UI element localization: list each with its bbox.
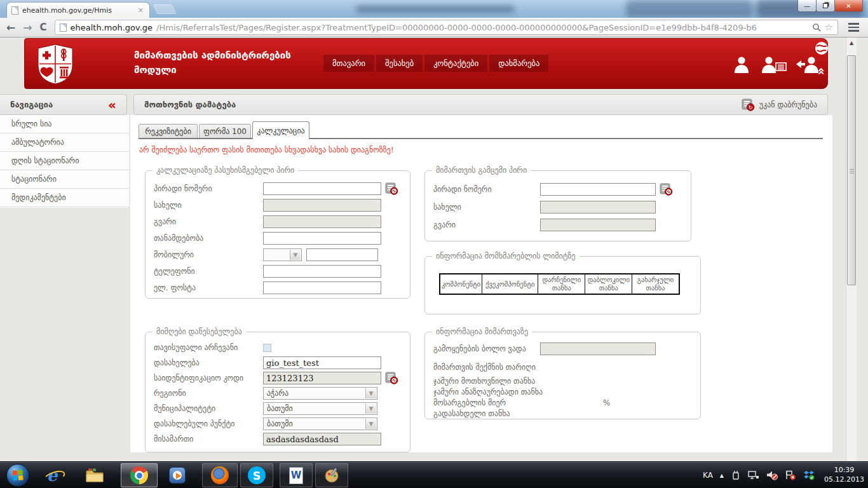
field-label: დასახელება (154, 358, 263, 367)
tab-form-100[interactable]: ფორმა 100 (199, 124, 251, 139)
expiry-date-input (540, 342, 656, 355)
scrollbar-thumb[interactable] (847, 55, 856, 285)
taskbar-paint[interactable] (315, 463, 348, 487)
field-label: ელ. ფოსტა (154, 283, 263, 292)
calc-mobile-input[interactable] (306, 248, 378, 261)
browser-toolbar: ← → C ehealth.moh.gov.ge /Hmis/Referrals… (0, 18, 868, 37)
tab-strip-divider (139, 138, 823, 139)
chevron-down-icon: ▼ (290, 250, 301, 260)
sidebar-item-day-hospital[interactable]: დღის სტაციონარი (0, 152, 129, 170)
taskbar-word[interactable]: W (280, 463, 313, 487)
restore-icon (823, 3, 828, 8)
taskbar-chrome[interactable] (121, 463, 158, 487)
fieldset-calc-person: კალკულაციაზე პასუხისმგებელი პირი პირადი … (145, 170, 410, 299)
tab-close-icon[interactable]: ✕ (137, 6, 145, 15)
fieldset-referral-info: ინფორმაცია მიმართვაზე გამოყენების ბოლო ვ… (424, 332, 701, 419)
nav-item-help[interactable]: დახმარება (489, 55, 548, 72)
dropbox-icon[interactable] (803, 470, 815, 480)
issuer-name-input (540, 201, 656, 214)
field-label: გვარი (433, 220, 540, 229)
calc-surname-input (263, 215, 381, 228)
firefox-icon (211, 466, 229, 484)
word-icon: W (289, 467, 303, 484)
show-hidden-icons-icon[interactable]: ▲ (720, 473, 724, 478)
forward-arrow-icon[interactable]: → (23, 22, 32, 33)
sidebar-title: ნავიგაცია (10, 100, 53, 109)
close-button[interactable]: ✕ (834, 0, 863, 12)
tab-calculation[interactable]: კალკულაცია (252, 121, 309, 139)
field-label: მისამართი (154, 435, 263, 444)
back-button[interactable]: ↻ უკან დაბრუნება (742, 98, 817, 111)
municipality-select[interactable]: ბათუმი▼ (263, 402, 377, 415)
nav-item-contacts[interactable]: კონტაქტები (424, 55, 487, 72)
language-globe-icon[interactable] (815, 41, 829, 55)
network-icon[interactable] (748, 470, 759, 480)
field-label: მოსარგებლის მიერ (433, 398, 603, 407)
removable-device-icon[interactable] (731, 470, 741, 480)
url-path: /Hmis/ReferralsTest/Pages/Register.aspx?… (156, 23, 808, 32)
free-choice-checkbox[interactable] (263, 344, 271, 352)
taskbar-internet-explorer[interactable]: e (38, 463, 66, 487)
taskbar-explorer-folder[interactable] (80, 463, 109, 487)
chrome-menu-icon[interactable] (846, 23, 862, 32)
nav-item-about[interactable]: შესახებ (376, 55, 423, 72)
calc-personal-number-input[interactable] (263, 182, 381, 195)
fieldset-legend: ინფორმაცია მომხმარებლის ლიმიტზე (432, 252, 580, 261)
field-label: მობილური (154, 250, 263, 259)
sidebar-item-medications[interactable]: მედიკამენტები (0, 189, 129, 207)
field-label: თავისუფალი არჩევანი (154, 343, 263, 352)
field-label: საიდენტიფიკაციო კოდი (154, 374, 263, 383)
back-arrow-icon[interactable]: ← (6, 22, 15, 33)
calc-phone-input[interactable] (263, 265, 381, 278)
address-bar[interactable]: ehealth.moh.gov.ge /Hmis/ReferralsTest/P… (55, 20, 838, 35)
folder-icon (85, 468, 104, 483)
region-select[interactable]: აჭარა▼ (263, 387, 377, 400)
start-button[interactable] (6, 464, 29, 487)
institution-name-input[interactable] (263, 356, 381, 369)
volume-muted-icon[interactable] (766, 470, 778, 480)
restore-button[interactable] (816, 0, 835, 12)
user-list-icon[interactable] (761, 55, 787, 73)
nav-item-home[interactable]: მთავარი (323, 55, 374, 72)
vertical-scrollbar[interactable]: ▲ (846, 37, 857, 461)
new-tab-button[interactable] (153, 4, 177, 14)
minimize-button[interactable]: — (797, 0, 817, 12)
reload-icon[interactable]: C (40, 23, 47, 32)
calc-email-input[interactable] (263, 281, 381, 294)
bookmark-star-icon[interactable]: ☆ (825, 22, 833, 33)
person-lookup-icon[interactable] (660, 183, 673, 196)
institution-lookup-icon[interactable] (385, 372, 398, 384)
field-label: გამოყენების ბოლო ვადა (433, 344, 540, 353)
tray-clock[interactable]: 10:39 05.12.2013 (822, 466, 864, 485)
zoom-search-icon[interactable] (812, 23, 821, 32)
fieldset-legend: კალკულაციაზე პასუხისმგებელი პირი (153, 166, 298, 175)
skype-icon: S (248, 466, 266, 484)
sidebar-item-hospital[interactable]: სტაციონარი (0, 170, 129, 189)
taskbar-skype[interactable]: S (240, 463, 273, 487)
issuer-surname-input (540, 219, 656, 231)
mobile-prefix-select[interactable]: ▼ (263, 248, 302, 261)
calc-position-input[interactable] (263, 232, 381, 245)
fieldset-institution: მიმღები დაწესებულება თავისუფალი არჩევანი… (145, 332, 410, 452)
institution-address-input (263, 433, 381, 445)
language-indicator[interactable]: KA (703, 471, 713, 480)
internet-explorer-icon: e (47, 466, 58, 485)
taskbar-media-player[interactable] (163, 463, 192, 487)
scrollbar-up-arrow[interactable]: ▲ (846, 37, 857, 48)
browser-tab[interactable]: ehealth.moh.gov.ge/Hmis ✕ (6, 2, 150, 18)
user-profile-icon[interactable] (730, 55, 753, 73)
sidebar-item-full-list[interactable]: სრული სია (0, 115, 129, 133)
back-icon: ↻ (742, 98, 755, 111)
sidebar-collapse-icon[interactable]: « (108, 98, 116, 111)
sidebar-item-ambulatory[interactable]: ამბულატორია (0, 133, 129, 152)
tab-requisites[interactable]: რეკვიზიტები (139, 124, 198, 139)
field-label: თანამდებობა (154, 234, 263, 243)
action-center-flag-icon[interactable] (785, 470, 796, 480)
taskbar-firefox[interactable] (202, 463, 238, 487)
issuer-personal-number-input[interactable] (540, 183, 656, 196)
tray-time: 10:39 (824, 466, 864, 475)
institution-id-code-input (263, 372, 381, 384)
person-lookup-icon[interactable] (385, 182, 398, 195)
collapse-header-chevron-icon[interactable]: » (813, 67, 827, 75)
settlement-select[interactable]: ბათუმი▼ (263, 417, 377, 430)
